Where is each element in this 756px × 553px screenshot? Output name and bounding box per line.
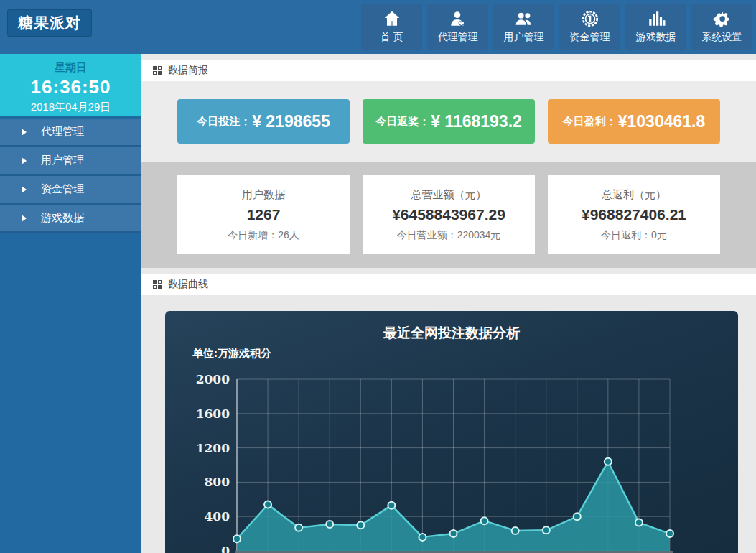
summary-subtext: 今日新增：26人 — [228, 229, 299, 242]
stat-value: ¥1030461.8 — [618, 112, 706, 131]
summary-subtext: 今日返利：0元 — [601, 229, 667, 242]
stat-cards-row: 今日投注： ¥ 2198655 今日返奖： ¥ 1168193.2 今日盈利： … — [141, 81, 756, 162]
sidebar-item-label: 用户管理 — [41, 154, 84, 167]
summary-subtext: 今日营业额：220034元 — [397, 229, 501, 242]
summary-value: ¥6458843967.29 — [392, 206, 505, 223]
clock-date: 2018年04月29日 — [0, 101, 141, 114]
stat-card-today-profit: 今日盈利： ¥1030461.8 — [548, 99, 720, 144]
stat-label: 今日盈利： — [563, 115, 617, 129]
funds-icon — [581, 9, 599, 28]
nav-label: 资金管理 — [570, 31, 610, 44]
stat-label: 今日投注： — [197, 115, 251, 129]
nav-system-settings[interactable]: 系统设置 — [691, 4, 752, 50]
summary-card-users: 用户数据 1267 今日新增：26人 — [177, 175, 350, 254]
stat-label: 今日返奖： — [375, 115, 429, 129]
sidebar-item-agent-management[interactable]: 代理管理 — [0, 118, 141, 147]
sidebar-item-funds-management[interactable]: 资金管理 — [0, 176, 141, 205]
app-logo-text: 糖果派对 — [18, 13, 81, 33]
top-nav: 首 页 代理管理 用户管理 资金管理 游戏数据 — [361, 4, 752, 50]
svg-text:400: 400 — [205, 509, 230, 524]
summary-cards-row: 用户数据 1267 今日新增：26人 总营业额（元） ¥6458843967.2… — [141, 162, 756, 268]
nav-label: 游戏数据 — [636, 31, 676, 44]
clock-time: 16:36:50 — [0, 76, 141, 98]
main-content: 数据简报 今日投注： ¥ 2198655 今日返奖： ¥ 1168193.2 今… — [141, 54, 756, 553]
triangle-right-icon — [22, 186, 27, 193]
app-logo: 糖果派对 — [7, 9, 92, 37]
svg-text:1600: 1600 — [196, 406, 230, 421]
section-header-data-brief: 数据简报 — [141, 60, 756, 81]
nav-home[interactable]: 首 页 — [361, 4, 422, 50]
clock-widget: 星期日 16:36:50 2018年04月29日 — [0, 54, 141, 118]
sidebar-item-game-data[interactable]: 游戏数据 — [0, 205, 141, 233]
section-title: 数据曲线 — [168, 278, 208, 291]
clock-weekday: 星期日 — [0, 61, 141, 75]
nav-game-data[interactable]: 游戏数据 — [625, 4, 686, 50]
triangle-right-icon — [22, 129, 27, 136]
summary-value: ¥968827406.21 — [582, 206, 686, 223]
sidebar-item-label: 游戏数据 — [41, 211, 84, 225]
summary-card-total-rebate: 总返利（元） ¥968827406.21 今日返利：0元 — [548, 175, 720, 254]
nav-label: 首 页 — [381, 31, 403, 44]
users-icon — [515, 9, 533, 28]
stat-value: ¥ 1168193.2 — [431, 112, 522, 131]
sidebar-item-label: 资金管理 — [41, 182, 84, 196]
chart-unit-label: 单位:万游戏积分 — [192, 347, 271, 361]
stat-value: ¥ 2198655 — [252, 112, 330, 131]
triangle-right-icon — [22, 215, 27, 222]
summary-value: 1267 — [247, 206, 281, 223]
summary-title: 用户数据 — [242, 188, 285, 202]
sidebar-item-user-management[interactable]: 用户管理 — [0, 147, 141, 176]
svg-text:2000: 2000 — [196, 372, 230, 386]
home-icon — [383, 9, 401, 28]
nav-agent-management[interactable]: 代理管理 — [427, 4, 488, 50]
game-data-icon — [647, 9, 666, 28]
triangle-right-icon — [22, 157, 27, 164]
sidebar: 星期日 16:36:50 2018年04月29日 代理管理 用户管理 资金管理 … — [0, 54, 141, 553]
bet-analysis-chart-panel: 0400800120016002000 最近全网投注数据分析 单位:万游戏积分 — [165, 311, 738, 553]
grid-icon — [153, 66, 162, 75]
stat-card-today-bets: 今日投注： ¥ 2198655 — [177, 99, 350, 144]
agent-icon — [449, 9, 467, 28]
chart-title: 最近全网投注数据分析 — [165, 324, 738, 343]
nav-label: 系统设置 — [702, 31, 742, 44]
section-title: 数据简报 — [168, 64, 208, 77]
settings-icon — [713, 9, 732, 28]
section-header-data-curve: 数据曲线 — [141, 274, 756, 295]
summary-title: 总返利（元） — [602, 188, 666, 202]
svg-text:1200: 1200 — [196, 441, 230, 455]
grid-icon — [153, 280, 162, 289]
summary-title: 总营业额（元） — [411, 188, 487, 202]
stat-card-today-payout: 今日返奖： ¥ 1168193.2 — [363, 99, 535, 144]
nav-user-management[interactable]: 用户管理 — [493, 4, 554, 50]
nav-label: 代理管理 — [438, 31, 478, 44]
sidebar-item-label: 代理管理 — [41, 125, 84, 139]
nav-label: 用户管理 — [504, 31, 544, 44]
summary-card-total-revenue: 总营业额（元） ¥6458843967.29 今日营业额：220034元 — [363, 175, 535, 254]
nav-funds-management[interactable]: 资金管理 — [559, 4, 620, 50]
section-divider — [141, 268, 756, 274]
svg-text:800: 800 — [205, 475, 230, 489]
svg-text:0: 0 — [221, 544, 230, 553]
top-header: 糖果派对 首 页 代理管理 用户管理 资金管理 — [0, 0, 756, 54]
